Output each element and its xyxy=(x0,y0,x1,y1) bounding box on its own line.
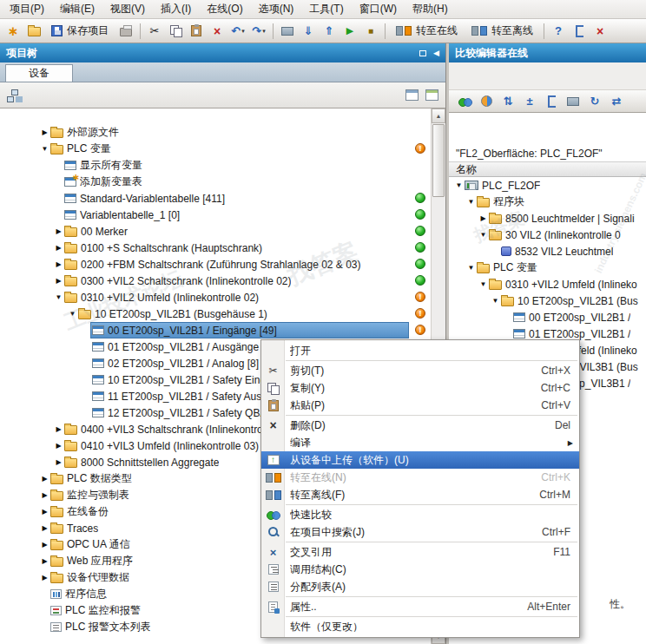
tree-item[interactable]: ▼30 VIL2 (Inlinekontrolle 0 xyxy=(449,227,646,243)
tree-item[interactable]: 8532 VIL2 Leuchtmel xyxy=(449,243,646,260)
context-menu-item[interactable]: 转至离线(F)Ctrl+M xyxy=(261,486,579,503)
expand-arrow-icon[interactable]: ▶ xyxy=(54,425,63,433)
start-cpu-icon[interactable]: ▶ xyxy=(340,22,359,41)
context-menu-item[interactable]: ✂剪切(T)Ctrl+X xyxy=(261,362,579,379)
context-menu-item[interactable]: ×交叉引用F11 xyxy=(261,543,579,561)
context-menu-item[interactable]: 软件（仅更改） xyxy=(261,618,579,635)
tree-item[interactable]: ▼10 ET200sp_VIL2B1 (Bus xyxy=(449,292,646,309)
expand-arrow-icon[interactable]: ▶ xyxy=(40,557,49,565)
plusminus-icon[interactable]: ± xyxy=(522,94,537,109)
collapse-arrow-icon[interactable]: ▼ xyxy=(491,297,500,305)
tree-item[interactable]: 显示所有变量 xyxy=(0,157,431,174)
menu-item-1[interactable]: 项目(P) xyxy=(2,0,52,18)
tree-item[interactable]: ▶8500 Leuchtmelder | Signali xyxy=(449,210,646,227)
context-menu-item[interactable]: 调用结构(C) xyxy=(261,561,579,578)
context-menu-item[interactable]: 在项目中搜索(J)Ctrl+F xyxy=(261,523,579,541)
expand-arrow-icon[interactable]: ▶ xyxy=(54,277,63,285)
expand-arrow-icon[interactable]: ▶ xyxy=(40,574,49,582)
expand-arrow-icon[interactable]: ▶ xyxy=(40,524,49,532)
redo-icon[interactable]: ↷▾ xyxy=(249,22,268,41)
tree-item[interactable]: ▼PLC 变量! xyxy=(0,141,431,157)
expand-arrow-icon[interactable]: ▶ xyxy=(54,260,63,268)
action-icon[interactable]: ⇅ xyxy=(500,94,516,109)
open-project-icon[interactable] xyxy=(24,22,43,41)
context-menu-item[interactable]: 打开 xyxy=(261,342,579,359)
collapse-arrow-icon[interactable]: ▼ xyxy=(478,280,488,288)
tree-item[interactable]: 00 ET200sp_VIL2B1 / xyxy=(449,309,646,325)
context-menu-item[interactable]: ×删除(D)Del xyxy=(261,417,579,434)
save-project-button[interactable]: 保存项目 xyxy=(45,22,115,41)
tree-item[interactable]: ▶0300 +VIL2 Schaltschrank (Inlinekontrol… xyxy=(0,273,431,289)
expand-arrow-icon[interactable]: ▶ xyxy=(54,244,63,252)
collapse-arrow-icon[interactable]: ▼ xyxy=(466,198,476,206)
context-menu-item[interactable]: ↑从设备中上传（软件）(U) xyxy=(261,451,579,469)
expand-arrow-icon[interactable]: ▶ xyxy=(40,541,49,549)
upload-from-device-icon[interactable]: ⇑ xyxy=(320,22,339,41)
tree-item[interactable]: ▼0310 +VIL2 Umfeld (Inlineko xyxy=(449,276,646,292)
new-project-icon[interactable]: ∗ xyxy=(3,22,23,41)
copy-icon[interactable] xyxy=(166,22,185,41)
go-online-button[interactable]: 转至在线 xyxy=(390,22,464,41)
dropdown-arrow-icon[interactable]: ▾ xyxy=(241,28,245,35)
menu-item-4[interactable]: 插入(I) xyxy=(153,0,199,18)
swap-icon[interactable]: ⇄ xyxy=(609,94,624,109)
paste-icon[interactable] xyxy=(187,22,206,41)
scroll-up-icon[interactable]: ▲ xyxy=(432,108,445,123)
context-menu-item[interactable]: 快速比较 xyxy=(261,506,579,523)
tree-item[interactable]: ▶00 Merker xyxy=(0,223,431,240)
context-menu-item[interactable]: 属性..Alt+Enter xyxy=(261,598,579,615)
expand-arrow-icon[interactable]: ▶ xyxy=(54,442,63,450)
collapse-arrow-icon[interactable]: ▼ xyxy=(466,264,476,272)
details-view-icon[interactable] xyxy=(425,89,438,101)
tree-item[interactable]: ▼程序块 xyxy=(449,194,646,210)
list-view-icon[interactable] xyxy=(405,89,419,101)
expand-arrow-icon[interactable]: ▶ xyxy=(478,214,488,222)
compile-icon[interactable] xyxy=(278,22,297,41)
menu-item-3[interactable]: 视图(V) xyxy=(102,0,153,18)
tree-item[interactable]: Variablentabelle_1 [0] xyxy=(0,207,431,223)
expand-arrow-icon[interactable]: ▶ xyxy=(40,475,49,483)
device-icon[interactable] xyxy=(565,94,581,109)
tree-item[interactable]: 00 ET200sp_VIL2B1 / Eingänge [49]! xyxy=(0,322,431,338)
tree-item[interactable]: ▶0100 +S Schaltschrank (Hauptschrank) xyxy=(0,240,431,256)
scrollbar-thumb[interactable] xyxy=(432,124,445,197)
tree-item[interactable]: ▶外部源文件 xyxy=(0,124,431,141)
collapse-arrow-icon[interactable]: ▼ xyxy=(68,310,77,318)
menu-item-6[interactable]: 选项(N) xyxy=(251,0,302,18)
delete-icon[interactable]: × xyxy=(208,22,227,41)
close-icon[interactable]: × xyxy=(590,22,610,41)
diff-icon[interactable] xyxy=(478,94,494,109)
collapse-panel-icon[interactable]: ◀ xyxy=(433,49,439,57)
go-offline-button[interactable]: 转至离线 xyxy=(465,22,539,41)
collapse-arrow-icon[interactable]: ▼ xyxy=(478,231,488,239)
download-to-device-icon[interactable]: ⇓ xyxy=(299,22,318,41)
context-menu-item[interactable]: 粘贴(P)Ctrl+V xyxy=(261,397,579,414)
float-panel-icon[interactable] xyxy=(419,50,426,56)
tree-item[interactable]: 添加新变量表 xyxy=(0,174,431,190)
context-menu-item[interactable]: 编译▶ xyxy=(261,434,579,451)
menu-item-5[interactable]: 在线(O) xyxy=(199,0,250,18)
tab-devices[interactable]: 设备 xyxy=(5,64,73,82)
context-menu-item[interactable]: 分配列表(A) xyxy=(261,578,579,595)
window-split-icon[interactable] xyxy=(570,22,589,41)
dropdown-arrow-icon[interactable]: ▾ xyxy=(262,28,266,35)
tree-item[interactable]: ▼PLC 变量 xyxy=(449,260,646,276)
expand-arrow-icon[interactable]: ▶ xyxy=(54,458,63,466)
expand-arrow-icon[interactable]: ▶ xyxy=(40,128,49,136)
cut-icon[interactable]: ✂ xyxy=(145,22,164,41)
collapse-arrow-icon[interactable]: ▼ xyxy=(40,145,49,153)
undo-icon[interactable]: ↶▾ xyxy=(228,22,247,41)
expand-arrow-icon[interactable]: ▶ xyxy=(40,508,49,516)
expand-arrow-icon[interactable]: ▶ xyxy=(40,491,49,499)
menu-item-9[interactable]: 帮助(H) xyxy=(405,0,456,18)
tree-item[interactable]: ▼10 ET200sp_VIL2B1 (Busgehäuse 1)! xyxy=(0,306,431,322)
stop-cpu-icon[interactable]: ■ xyxy=(361,22,380,41)
expand-arrow-icon[interactable]: ▶ xyxy=(54,227,63,235)
menu-item-2[interactable]: 编辑(E) xyxy=(52,0,102,18)
bracket-icon[interactable] xyxy=(544,94,559,109)
print-icon[interactable] xyxy=(116,22,135,41)
tree-item[interactable]: ▼0310 +VIL2 Umfeld (Inlinekontrolle 02)! xyxy=(0,289,431,306)
context-menu-item[interactable]: 复制(Y)Ctrl+C xyxy=(261,379,579,397)
menu-item-8[interactable]: 窗口(W) xyxy=(352,0,405,18)
compare-icon[interactable] xyxy=(457,94,472,109)
